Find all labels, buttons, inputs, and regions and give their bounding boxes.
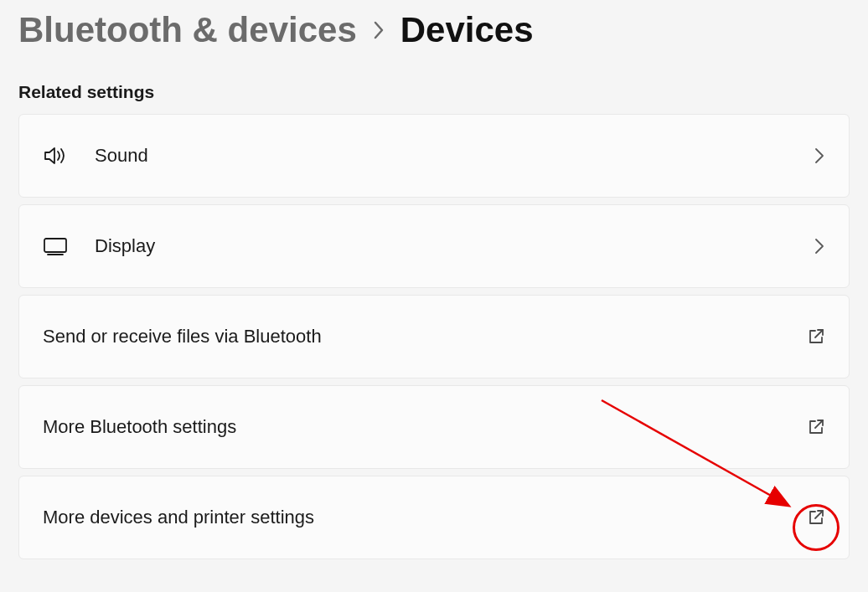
breadcrumb-parent[interactable]: Bluetooth & devices [18, 10, 357, 50]
annotation-arrow [595, 394, 813, 536]
card-bluetooth-files[interactable]: Send or receive files via Bluetooth [18, 295, 850, 378]
card-label: Sound [95, 145, 148, 167]
card-label: Send or receive files via Bluetooth [43, 326, 322, 347]
chevron-right-icon [814, 147, 825, 165]
breadcrumb: Bluetooth & devices Devices [0, 10, 868, 67]
sound-icon [43, 145, 68, 167]
section-title: Related settings [0, 67, 868, 114]
card-label: More devices and printer settings [43, 507, 314, 528]
breadcrumb-current: Devices [400, 10, 534, 50]
chevron-right-icon [814, 237, 825, 255]
svg-line-3 [815, 420, 823, 428]
chevron-right-icon [372, 19, 385, 41]
svg-line-6 [602, 400, 786, 504]
card-sound[interactable]: Sound [18, 114, 850, 198]
display-icon [43, 236, 68, 256]
svg-rect-0 [44, 239, 66, 252]
card-label: More Bluetooth settings [43, 416, 236, 438]
card-display[interactable]: Display [18, 204, 850, 288]
open-external-icon [807, 327, 825, 346]
card-label: Display [95, 235, 155, 257]
svg-line-2 [815, 330, 823, 337]
